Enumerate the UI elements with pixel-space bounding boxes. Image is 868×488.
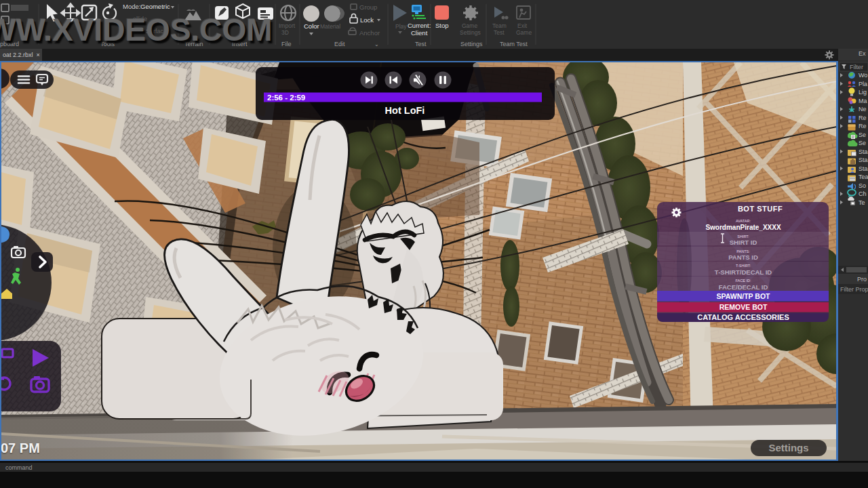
- svg-text:Re: Re: [859, 115, 867, 121]
- svg-text:Ex: Ex: [859, 50, 866, 57]
- svg-text:2:56 - 2:59: 2:56 - 2:59: [267, 94, 305, 102]
- svg-text:Ne: Ne: [859, 106, 867, 113]
- svg-text:REMOVE BOT: REMOVE BOT: [719, 303, 768, 311]
- svg-text:Ma: Ma: [859, 98, 867, 104]
- svg-text:Tea: Tea: [859, 174, 868, 180]
- svg-text:Sta: Sta: [859, 157, 868, 163]
- svg-text:Se: Se: [859, 140, 866, 146]
- svg-text:FACE ID:: FACE ID:: [736, 279, 751, 283]
- svg-text:SPAWN/TP BOT: SPAWN/TP BOT: [717, 292, 771, 300]
- svg-text:BOT STUFF: BOT STUFF: [738, 205, 783, 213]
- svg-text:Pla: Pla: [859, 81, 867, 87]
- svg-text:CATALOG ACCESSORIES: CATALOG ACCESSORIES: [697, 313, 789, 321]
- svg-text:Hot LoFi: Hot LoFi: [385, 105, 425, 116]
- svg-text:Wo: Wo: [859, 72, 867, 79]
- svg-text:Mode:: Mode:: [123, 3, 140, 10]
- svg-text:Sta: Sta: [859, 165, 868, 172]
- svg-text:AVATAR:: AVATAR:: [736, 219, 751, 223]
- svg-text:So: So: [859, 182, 866, 189]
- svg-text:T-SHIRT/DECAL ID: T-SHIRT/DECAL ID: [715, 268, 772, 276]
- svg-text:SwordmanPirate_XXXX: SwordmanPirate_XXXX: [705, 224, 781, 231]
- svg-text:FACE/DECAL ID: FACE/DECAL ID: [719, 283, 768, 291]
- svg-text:Filter: Filter: [850, 64, 863, 70]
- svg-text:Lig: Lig: [859, 89, 867, 96]
- svg-text:Ch: Ch: [859, 190, 867, 197]
- svg-text:Re: Re: [859, 123, 867, 129]
- svg-text:Geometric: Geometric: [140, 3, 170, 10]
- svg-text:SHIRT ID: SHIRT ID: [730, 239, 757, 246]
- svg-text:Filter Prop: Filter Prop: [840, 286, 868, 293]
- svg-text:Group: Group: [359, 3, 377, 11]
- svg-text:PANTS:: PANTS:: [736, 249, 750, 253]
- svg-text:T-SHIRT:: T-SHIRT:: [736, 264, 751, 268]
- svg-text:Se: Se: [859, 131, 866, 138]
- svg-text:Te: Te: [859, 199, 865, 206]
- svg-text:Sta: Sta: [859, 148, 868, 155]
- svg-text:PANTS ID: PANTS ID: [728, 253, 758, 261]
- svg-text:Pro: Pro: [857, 276, 867, 283]
